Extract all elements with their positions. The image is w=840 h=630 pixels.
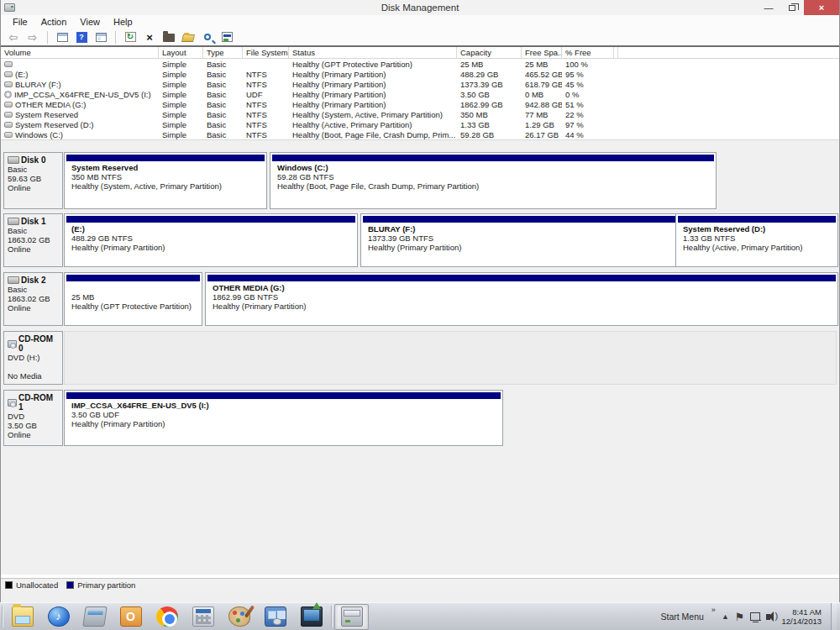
partition-other-media-g-[interactable]: OTHER MEDIA (G:)1862.99 GB NTFSHealthy (… [205,272,838,326]
column-header-volume[interactable]: Volume [1,47,159,58]
volume-cell-type: Basic [203,70,243,79]
volume-row[interactable]: (E:)SimpleBasicNTFSHealthy (Primary Part… [1,69,839,79]
partition-unnamed[interactable]: 25 MBHealthy (GPT Protective Partition) [64,272,202,326]
partition-status: Healthy (GPT Protective Partition) [71,302,195,311]
taskbar-calculator-button[interactable] [186,604,220,630]
partition-imp-ccsa-x64fre-en-us-dv5-i-[interactable]: IMP_CCSA_X64FRE_EN-US_DV5 (I:)3.50 GB UD… [64,390,503,446]
volume-cell-free: 25 MB [522,60,562,69]
column-header--free[interactable]: % Free [562,47,614,58]
partition-status: Healthy (Primary Partition) [71,243,350,252]
show-hidden-icons-icon[interactable]: ▲ [722,612,729,621]
disk-view-icon[interactable] [219,29,234,45]
volume-row[interactable]: System ReservedSimpleBasicNTFSHealthy (S… [1,109,839,119]
volume-cell-capacity: 3.50 GB [457,90,522,99]
partition-info: System Reserved350 MB NTFSHealthy (Syste… [66,161,265,192]
volume-icon[interactable] [766,614,770,620]
forward-icon[interactable]: ⇨ [25,29,40,45]
help-icon[interactable]: ? [74,29,89,45]
disk-name: Disk 2 [8,276,59,285]
volume-row[interactable]: SimpleBasicHealthy (GPT Protective Parti… [1,59,839,69]
back-icon[interactable]: ⇦ [6,29,21,45]
taskbar-itunes-button[interactable]: ♪ [41,604,76,630]
toolbar: ⇦ ⇨ ? ↻ × [1,29,839,47]
zoom-icon[interactable] [200,29,215,45]
hard-disk-icon [8,276,19,284]
column-header-capacity[interactable]: Capacity [457,47,522,58]
column-header-status[interactable]: Status [289,47,457,58]
primary-partition-color-strip [66,155,265,161]
partition-system-reserved[interactable]: System Reserved350 MB NTFSHealthy (Syste… [64,152,267,209]
disk-row-disk-0: Disk 0Basic59.63 GBOnlineSystem Reserved… [3,152,837,209]
disk-detail-line: Basic [8,165,59,174]
delete-icon[interactable]: × [142,29,157,45]
taskbar-outlook-button[interactable]: O [113,604,148,630]
disk-label-cd-rom-1[interactable]: CD-ROM 1DVD3.50 GBOnline [3,390,63,446]
volume-cell-capacity: 488.29 GB [457,70,522,79]
disk-detail-line: Basic [8,285,59,294]
taskbar-separator [331,606,332,627]
partition-windows-c-[interactable]: Windows (C:)59.28 GB NTFSHealthy (Boot, … [270,152,717,209]
taskbar-disk-management-button[interactable] [334,604,369,630]
volume-list-header: VolumeLayoutTypeFile SystemStatusCapacit… [1,47,839,59]
clock-time: 8:41 AM [781,607,822,617]
volume-row[interactable]: BLURAY (F:)SimpleBasicNTFSHealthy (Prima… [1,79,839,89]
volume-row[interactable]: OTHER MEDIA (G:)SimpleBasicNTFSHealthy (… [1,99,839,109]
disk-label-disk-2[interactable]: Disk 2Basic1863.02 GBOnline [3,272,63,326]
show-console-tree-icon[interactable] [93,29,108,45]
partition-name: Windows (C:) [277,163,709,172]
column-header-free-spa-[interactable]: Free Spa... [522,47,562,58]
pane-splitter[interactable] [1,139,839,149]
start-menu-label: Start Menu [661,612,704,622]
volume-cell-free: 942.88 GB [522,100,562,109]
volume-cell-free: 465.52 GB [522,70,562,79]
legend-item: Primary partition [66,580,135,590]
refresh-icon[interactable]: ↻ [123,29,138,45]
taskbar-display-settings-button[interactable] [258,604,292,630]
primary-partition-color-strip [66,275,200,281]
disk-label-disk-1[interactable]: Disk 1Basic1863.02 GBOnline [3,213,63,267]
disk-row-cd-rom-1: CD-ROM 1DVD3.50 GBOnlineIMP_CCSA_X64FRE_… [3,390,837,446]
taskbar-clock[interactable]: 8:41 AM 12/14/2013 [781,607,825,627]
volume-cell-capacity: 1.33 GB [457,120,522,129]
column-header-layout[interactable]: Layout [159,47,203,58]
cd-rom-icon [8,340,17,348]
disk-detail-line: 3.50 GB [8,421,59,430]
start-menu-toolbar[interactable]: Start Menu » [661,612,716,622]
disk-name: Disk 0 [8,155,59,165]
show-desktop-button[interactable] [831,603,837,630]
console-window-icon[interactable] [55,29,70,45]
taskbar-scanner-button[interactable] [77,604,112,630]
chevron-icon[interactable]: » [711,606,716,614]
restore-button[interactable] [780,0,804,15]
drive-icon [4,132,13,138]
primary-partition-color-strip [678,216,836,223]
volume-row[interactable]: System Reserved (D:)SimpleBasicNTFSHealt… [1,119,839,129]
disk-label-disk-0[interactable]: Disk 0Basic59.63 GBOnline [3,152,63,209]
action-center-flag-icon[interactable]: ⚑ [735,611,745,623]
column-header-type[interactable]: Type [203,47,243,58]
disk-label-cd-rom-0[interactable]: CD-ROM 0DVD (H:)No Media [3,331,63,385]
taskbar-paint-button[interactable] [222,604,256,630]
volume-row[interactable]: IMP_CCSA_X64FRE_EN-US_DV5 (I:)SimpleBasi… [1,89,839,99]
menu-file[interactable]: File [6,16,34,28]
menu-action[interactable]: Action [34,16,74,28]
column-header-file-system[interactable]: File System [243,47,289,58]
properties-icon[interactable] [161,29,176,45]
taskbar-chrome-button[interactable] [150,604,184,630]
volume-cell-layout: Simple [159,90,203,99]
minimize-button[interactable]: — [757,0,780,15]
network-icon[interactable] [750,612,760,621]
disk-management-window: Disk Management — × File Action View Hel… [0,0,840,602]
taskbar-file-explorer-button[interactable] [5,604,39,630]
volume-row[interactable]: Windows (C:)SimpleBasicNTFSHealthy (Boot… [1,129,839,139]
taskbar-pc-update-button[interactable] [294,604,328,630]
menu-view[interactable]: View [73,16,107,28]
menu-help[interactable]: Help [107,16,139,28]
partition--e-[interactable]: (E:)488.29 GB NTFSHealthy (Primary Parti… [64,213,358,267]
close-button[interactable]: × [804,0,839,15]
partitions-strip: IMP_CCSA_X64FRE_EN-US_DV5 (I:)3.50 GB UD… [64,390,837,446]
open-folder-icon[interactable] [181,29,196,45]
partition-system-reserved-d-[interactable]: System Reserved (D:)1.33 GB NTFSHealthy … [675,213,838,267]
hard-disk-icon [8,218,19,225]
partition-size: 59.28 GB NTFS [277,172,709,181]
